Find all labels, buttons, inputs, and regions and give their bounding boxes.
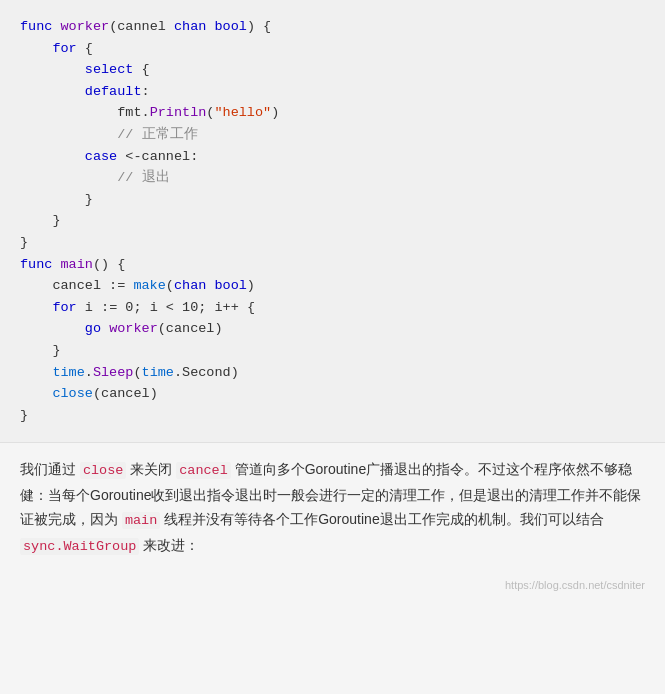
code-line-7: case <-cannel: [20,146,645,168]
code-line-18: } [20,340,645,362]
code-block: func worker(cannel chan bool) { for { se… [0,0,665,443]
prose-section: 我们通过 close 来关闭 cancel 管道向多个Goroutine广播退出… [0,443,665,574]
code-line-1: func worker(cannel chan bool) { [20,16,645,38]
code-line-6: // 正常工作 [20,124,645,146]
code-line-10: } [20,210,645,232]
code-line-3: select { [20,59,645,81]
code-line-9: } [20,189,645,211]
code-line-17: go worker(cancel) [20,318,645,340]
code-line-21: close(cancel) [20,383,645,405]
code-line-16: for i := 0; i < 10; i++ { [20,297,645,319]
watermark: https://blog.csdn.net/csdniter [0,575,665,599]
code-line-13: func main() { [20,254,645,276]
code-line-2: for { [20,38,645,60]
code-line-22: } [20,405,645,427]
code-line-4: default: [20,81,645,103]
code-line-14: cancel := make(chan bool) [20,275,645,297]
code-line-8: // 退出 [20,167,645,189]
code-line-5: fmt.Println("hello") [20,102,645,124]
code-line-20: time.Sleep(time.Second) [20,362,645,384]
prose-text: 我们通过 close 来关闭 cancel 管道向多个Goroutine广播退出… [20,457,645,558]
code-line-11: } [20,232,645,254]
